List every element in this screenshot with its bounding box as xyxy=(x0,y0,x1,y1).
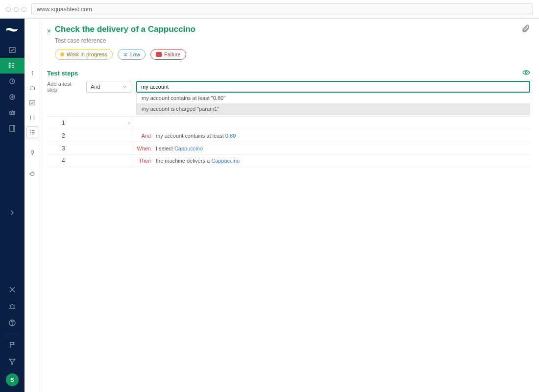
attachment-icon[interactable] xyxy=(521,24,530,35)
visibility-icon[interactable] xyxy=(522,69,530,78)
step-number: 1‹ xyxy=(47,117,133,129)
svg-point-16 xyxy=(31,151,33,153)
step-row[interactable]: 1‹ xyxy=(47,116,530,129)
svg-point-10 xyxy=(10,305,14,309)
sec-steps[interactable] xyxy=(26,126,38,138)
svg-point-7 xyxy=(11,113,12,114)
nav-reports[interactable] xyxy=(0,121,24,136)
nav-campaigns[interactable] xyxy=(0,74,24,89)
sec-robot[interactable] xyxy=(26,82,38,94)
step-keyword: When xyxy=(133,146,154,151)
sec-info[interactable] xyxy=(26,68,38,79)
svg-rect-6 xyxy=(10,111,15,115)
step-number: 3 xyxy=(47,142,133,154)
nav-test-cases[interactable] xyxy=(0,58,24,74)
svg-rect-0 xyxy=(9,48,15,52)
add-step-label: Add a test step xyxy=(47,81,81,93)
sec-issues[interactable] xyxy=(26,168,38,179)
chevron-down-icon xyxy=(122,85,127,89)
expand-toggle-icon[interactable]: » xyxy=(47,26,51,34)
autocomplete-item[interactable]: my account contains at least "0.80" xyxy=(137,93,530,103)
content-area: » Check the delivery of a Cappuccino Tes… xyxy=(40,19,539,392)
window-controls xyxy=(6,7,26,12)
step-text: my account contains at least 0.80 xyxy=(154,133,530,139)
keyword-select[interactable]: And xyxy=(86,81,131,93)
svg-point-13 xyxy=(32,72,32,72)
autocomplete-item[interactable]: my account is charged "param1" xyxy=(137,103,530,114)
nav-filter[interactable] xyxy=(0,354,24,369)
page-title: Check the delivery of a Cappuccino xyxy=(55,24,521,34)
sec-params[interactable] xyxy=(26,112,38,123)
section-title: Test steps xyxy=(47,70,78,77)
svg-point-12 xyxy=(12,324,13,325)
execution-badge[interactable]: Failure xyxy=(150,49,186,60)
step-text: the machine delivers a Cappuccino xyxy=(154,158,530,164)
svg-rect-9 xyxy=(10,125,14,131)
browser-chrome: www.squashtest.com xyxy=(0,0,539,19)
nav-help[interactable] xyxy=(0,315,24,331)
nav-bugs[interactable] xyxy=(0,298,24,314)
svg-point-3 xyxy=(9,67,10,68)
sidebar-secondary xyxy=(24,19,40,392)
svg-point-1 xyxy=(9,63,10,64)
priority-low-icon xyxy=(123,52,128,57)
url-bar[interactable]: www.squashtest.com xyxy=(31,3,533,15)
sidebar-main: S xyxy=(0,19,24,392)
step-input[interactable] xyxy=(136,81,530,93)
nav-tools[interactable] xyxy=(0,282,24,297)
autocomplete-dropdown: my account contains at least "0.80" my a… xyxy=(136,93,530,115)
nav-flag[interactable] xyxy=(0,337,24,353)
drag-handle-icon[interactable]: ‹ xyxy=(128,120,130,125)
svg-rect-15 xyxy=(29,101,35,105)
nav-automation[interactable] xyxy=(0,105,24,121)
step-keyword: And xyxy=(133,133,154,139)
window-max-dot[interactable] xyxy=(22,7,26,12)
app-logo[interactable] xyxy=(3,23,21,36)
step-number: 2 xyxy=(47,129,133,142)
steps-table: 1‹ 2 And my account contains at least 0.… xyxy=(47,116,530,167)
priority-badge[interactable]: Low xyxy=(118,49,146,60)
svg-point-8 xyxy=(13,113,14,114)
svg-point-17 xyxy=(30,172,34,175)
nav-home[interactable] xyxy=(0,42,24,58)
step-row[interactable]: 4 Then the machine delivers a Cappuccino xyxy=(47,154,530,167)
sec-location[interactable] xyxy=(26,147,38,159)
step-row[interactable]: 3 When I select Cappuccino xyxy=(47,142,530,154)
step-number: 4 xyxy=(47,155,133,167)
svg-point-2 xyxy=(9,65,10,66)
step-keyword: Then xyxy=(133,158,154,164)
step-text: I select Cappuccino xyxy=(154,146,530,151)
sec-checklist[interactable] xyxy=(26,97,38,109)
step-row[interactable]: 2 And my account contains at least 0.80 xyxy=(47,129,530,142)
svg-rect-14 xyxy=(30,87,34,90)
window-min-dot[interactable] xyxy=(14,7,19,12)
nav-expand-toggle[interactable] xyxy=(0,205,24,220)
nav-requirements[interactable] xyxy=(0,89,24,105)
status-badge[interactable]: Work in progress xyxy=(55,49,113,60)
svg-point-18 xyxy=(525,72,527,74)
page-subtitle: Test case reference xyxy=(55,37,521,44)
window-close-dot[interactable] xyxy=(6,7,11,12)
user-avatar[interactable]: S xyxy=(6,373,19,386)
